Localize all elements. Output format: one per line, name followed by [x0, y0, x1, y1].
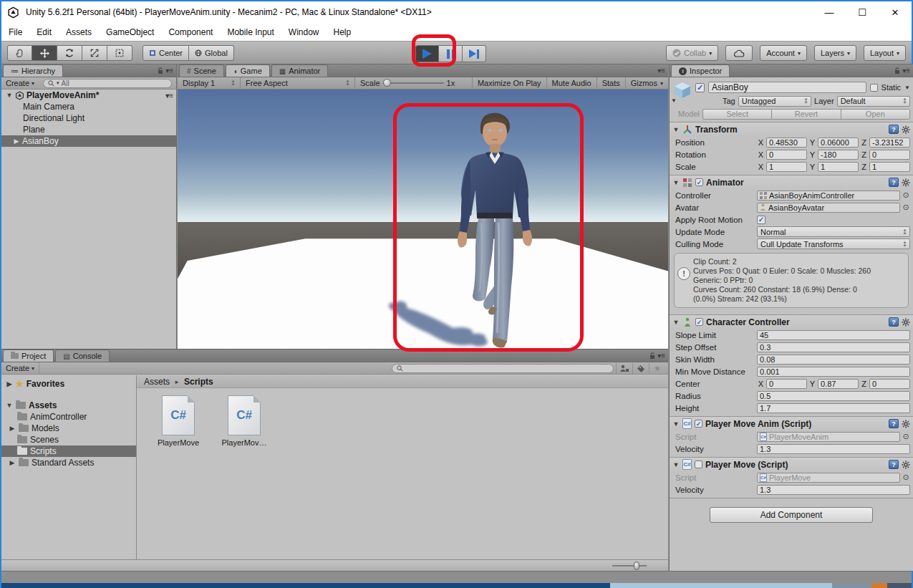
scene-row[interactable]: ▼ PlayerMoveAnim* ▾≡ — [1, 90, 176, 101]
position-x-field[interactable]: 0.48530 — [766, 138, 807, 148]
avatar-object-field[interactable]: AsianBoyAvatar — [757, 203, 900, 213]
name-field[interactable]: AsianBoy — [708, 82, 866, 93]
game-viewport[interactable] — [178, 90, 668, 349]
scale-x-field[interactable]: 1 — [766, 162, 807, 172]
tree-item-models[interactable]: ▶Models — [1, 423, 136, 434]
collab-button[interactable]: Collab▾ — [666, 45, 718, 61]
foldout-closed-icon[interactable]: ▶ — [9, 459, 16, 466]
velocity-field[interactable]: 1.3 — [757, 444, 910, 454]
foldout-closed-icon[interactable]: ▶ — [9, 425, 16, 432]
menu-help[interactable]: Help — [327, 27, 359, 37]
hierarchy-create-button[interactable]: Create▾ — [1, 78, 39, 89]
static-dropdown-icon[interactable]: ▼ — [904, 85, 910, 91]
project-panel-menu[interactable]: ▾≡ — [649, 352, 665, 360]
hand-tool-button[interactable] — [7, 45, 32, 61]
foldout-open-icon[interactable]: ▼ — [672, 126, 680, 133]
aspect-dropdown[interactable]: Free Aspect‡ — [241, 77, 355, 90]
account-dropdown[interactable]: Account▾ — [760, 45, 807, 61]
script-object-field[interactable]: C#PlayerMove — [757, 473, 900, 483]
menu-gameobject[interactable]: GameObject — [99, 27, 161, 37]
hierarchy-panel-menu[interactable]: ▾≡ — [158, 67, 173, 74]
scale-y-field[interactable]: 1 — [818, 162, 859, 172]
tree-item-animcontroller[interactable]: AnimController — [1, 411, 136, 423]
gear-icon[interactable] — [902, 178, 910, 187]
help-icon[interactable]: ? — [889, 125, 899, 134]
foldout-closed-icon[interactable]: ▶ — [13, 138, 20, 145]
skin-width-field[interactable]: 0.08 — [757, 355, 910, 365]
foldout-open-icon[interactable]: ▼ — [672, 420, 680, 428]
minimize-button[interactable]: — — [813, 1, 846, 23]
inspector-panel-menu[interactable]: ▾≡ — [894, 67, 910, 74]
hierarchy-item-directional-light[interactable]: Directional Light — [1, 112, 176, 124]
script-enabled-checkbox[interactable]: ✓ — [695, 420, 702, 428]
radius-field[interactable]: 0.5 — [757, 391, 910, 401]
object-picker-icon[interactable]: ⊙ — [902, 203, 910, 212]
menu-edit[interactable]: Edit — [29, 27, 59, 37]
gear-icon[interactable] — [902, 125, 910, 134]
menu-assets[interactable]: Assets — [59, 27, 99, 37]
mute-audio-button[interactable]: Mute Audio — [547, 77, 597, 90]
menu-file[interactable]: File — [1, 27, 29, 37]
model-select-button[interactable]: Select — [702, 109, 772, 120]
center-x-field[interactable]: 0 — [766, 379, 807, 389]
scale-z-field[interactable]: 1 — [869, 162, 910, 172]
animator-tab[interactable]: ▦Animator — [271, 64, 328, 77]
search-by-type-button[interactable] — [616, 363, 632, 374]
rotation-y-field[interactable]: -180 — [818, 150, 859, 160]
foldout-open-icon[interactable]: ▼ — [672, 461, 680, 468]
model-open-button[interactable]: Open — [841, 109, 910, 120]
velocity-field[interactable]: 1.3 — [757, 485, 910, 495]
thumbnail-zoom-slider[interactable] — [612, 565, 647, 567]
breadcrumb-scripts[interactable]: Scripts — [184, 377, 213, 387]
foldout-open-icon[interactable]: ▼ — [672, 179, 680, 186]
position-z-field[interactable]: -3.23152 — [869, 138, 910, 148]
menu-mobile-input[interactable]: Mobile Input — [220, 27, 281, 37]
scale-slider[interactable]: Scale 1x — [355, 77, 460, 90]
project-tab[interactable]: Project — [3, 350, 54, 362]
hierarchy-item-main-camera[interactable]: Main Camera — [1, 101, 176, 112]
gear-icon[interactable] — [902, 461, 910, 469]
layer-dropdown[interactable]: Default‡ — [837, 96, 910, 107]
script-enabled-checkbox[interactable] — [695, 461, 702, 468]
foldout-closed-icon[interactable]: ▶ — [6, 380, 13, 387]
stats-button[interactable]: Stats — [597, 77, 626, 90]
model-revert-button[interactable]: Revert — [772, 109, 841, 120]
character-controller-enabled-checkbox[interactable]: ✓ — [695, 318, 703, 326]
object-picker-icon[interactable]: ⊙ — [902, 473, 910, 482]
culling-mode-dropdown[interactable]: Cull Update Transforms‡ — [757, 238, 910, 249]
project-create-button[interactable]: Create▾ — [1, 362, 39, 375]
maximize-button[interactable]: ☐ — [846, 1, 879, 23]
display-dropdown[interactable]: Display 1‡ — [178, 77, 241, 90]
tree-item-standard-assets[interactable]: ▶Standard Assets — [1, 457, 136, 468]
scale-tool-button[interactable] — [82, 45, 107, 61]
move-tool-button[interactable] — [32, 45, 57, 61]
object-picker-icon[interactable]: ⊙ — [902, 432, 910, 441]
hierarchy-tab[interactable]: ≔Hierarchy — [3, 64, 63, 77]
help-icon[interactable]: ? — [889, 178, 899, 187]
slope-limit-field[interactable]: 45 — [757, 330, 910, 340]
favorites-item[interactable]: ▶★Favorites — [1, 378, 136, 390]
active-checkbox[interactable]: ✓ — [695, 83, 705, 92]
object-picker-icon[interactable]: ⊙ — [902, 191, 910, 200]
maximize-on-play-button[interactable]: Maximize On Play — [472, 77, 547, 90]
hierarchy-search-input[interactable]: ▾ All — [43, 79, 172, 88]
rotate-tool-button[interactable] — [57, 45, 82, 61]
gear-icon[interactable] — [902, 420, 910, 428]
favorites-star-button[interactable]: ★ — [649, 363, 665, 374]
pivot-global-button[interactable]: Global — [189, 45, 234, 61]
assets-root-item[interactable]: ▼Assets — [1, 400, 136, 411]
apply-root-motion-checkbox[interactable]: ✓ — [757, 216, 765, 224]
close-button[interactable]: ✕ — [879, 1, 912, 23]
step-button[interactable] — [463, 45, 486, 62]
breadcrumb-assets[interactable]: Assets — [144, 377, 170, 387]
header-foldout-icon[interactable]: ▼ — [671, 97, 677, 104]
game-tab[interactable]: ◖Game — [226, 64, 270, 77]
step-offset-field[interactable]: 0.3 — [757, 342, 910, 352]
tree-item-scenes[interactable]: Scenes — [1, 434, 136, 445]
script-object-field[interactable]: C#PlayerMoveAnim — [757, 432, 900, 442]
hierarchy-item-plane[interactable]: Plane — [1, 124, 176, 135]
layers-dropdown[interactable]: Layers▾ — [814, 45, 856, 61]
inspector-tab[interactable]: i Inspector — [671, 64, 730, 77]
update-mode-dropdown[interactable]: Normal‡ — [757, 226, 910, 237]
menu-component[interactable]: Component — [161, 27, 220, 37]
